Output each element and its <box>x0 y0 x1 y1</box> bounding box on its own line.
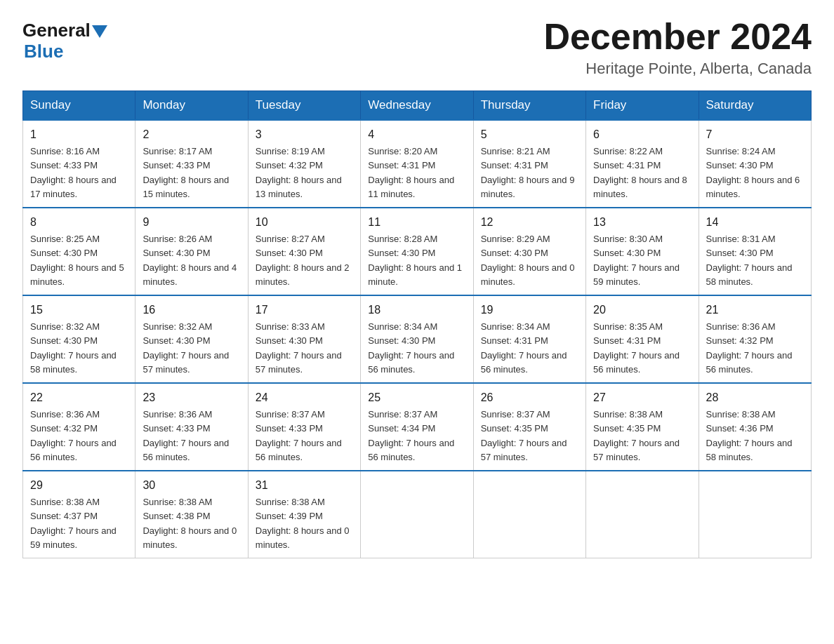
calendar-cell: 28 Sunrise: 8:38 AMSunset: 4:36 PMDaylig… <box>699 383 811 471</box>
day-number: 23 <box>143 389 240 406</box>
logo: General Blue <box>22 17 109 62</box>
day-number: 9 <box>143 214 240 231</box>
day-info: Sunrise: 8:28 AMSunset: 4:30 PMDaylight:… <box>368 234 462 287</box>
calendar-cell <box>586 471 699 558</box>
calendar-cell: 30 Sunrise: 8:38 AMSunset: 4:38 PMDaylig… <box>135 471 248 558</box>
week-row-5: 29 Sunrise: 8:38 AMSunset: 4:37 PMDaylig… <box>23 471 812 558</box>
day-number: 12 <box>481 214 578 231</box>
day-number: 8 <box>30 214 128 231</box>
day-info: Sunrise: 8:37 AMSunset: 4:34 PMDaylight:… <box>368 409 454 462</box>
day-info: Sunrise: 8:37 AMSunset: 4:33 PMDaylight:… <box>256 409 342 462</box>
calendar-cell <box>699 471 811 558</box>
calendar-table: SundayMondayTuesdayWednesdayThursdayFrid… <box>22 90 812 558</box>
calendar-header-row: SundayMondayTuesdayWednesdayThursdayFrid… <box>23 91 812 121</box>
day-info: Sunrise: 8:19 AMSunset: 4:32 PMDaylight:… <box>256 146 342 199</box>
calendar-subtitle: Heritage Pointe, Alberta, Canada <box>543 60 812 78</box>
day-info: Sunrise: 8:24 AMSunset: 4:30 PMDaylight:… <box>706 146 800 199</box>
day-number: 24 <box>256 389 353 406</box>
col-header-wednesday: Wednesday <box>361 91 473 121</box>
calendar-cell: 26 Sunrise: 8:37 AMSunset: 4:35 PMDaylig… <box>473 383 585 471</box>
calendar-cell: 13 Sunrise: 8:30 AMSunset: 4:30 PMDaylig… <box>586 208 699 295</box>
logo-triangle-icon <box>92 25 107 38</box>
day-number: 19 <box>481 302 578 318</box>
day-info: Sunrise: 8:33 AMSunset: 4:30 PMDaylight:… <box>256 321 342 375</box>
day-info: Sunrise: 8:36 AMSunset: 4:32 PMDaylight:… <box>706 321 793 375</box>
day-number: 10 <box>256 214 353 231</box>
day-info: Sunrise: 8:31 AMSunset: 4:30 PMDaylight:… <box>706 234 793 287</box>
week-row-2: 8 Sunrise: 8:25 AMSunset: 4:30 PMDayligh… <box>23 208 812 295</box>
col-header-monday: Monday <box>135 91 248 121</box>
calendar-cell: 1 Sunrise: 8:16 AMSunset: 4:33 PMDayligh… <box>23 120 135 208</box>
day-number: 30 <box>143 477 240 494</box>
col-header-friday: Friday <box>586 91 699 121</box>
calendar-cell: 16 Sunrise: 8:32 AMSunset: 4:30 PMDaylig… <box>135 295 248 383</box>
day-number: 2 <box>143 126 240 143</box>
day-number: 5 <box>481 126 578 143</box>
day-info: Sunrise: 8:17 AMSunset: 4:33 PMDaylight:… <box>143 146 229 199</box>
day-number: 6 <box>593 126 691 143</box>
day-number: 17 <box>256 302 353 318</box>
day-info: Sunrise: 8:27 AMSunset: 4:30 PMDaylight:… <box>256 234 350 287</box>
calendar-cell: 31 Sunrise: 8:38 AMSunset: 4:39 PMDaylig… <box>248 471 360 558</box>
day-info: Sunrise: 8:38 AMSunset: 4:36 PMDaylight:… <box>706 409 793 462</box>
calendar-cell: 3 Sunrise: 8:19 AMSunset: 4:32 PMDayligh… <box>248 120 360 208</box>
calendar-cell: 18 Sunrise: 8:34 AMSunset: 4:30 PMDaylig… <box>361 295 473 383</box>
day-number: 26 <box>481 389 578 406</box>
calendar-cell: 25 Sunrise: 8:37 AMSunset: 4:34 PMDaylig… <box>361 383 473 471</box>
page-header: General Blue December 2024 Heritage Poin… <box>22 17 812 78</box>
logo-blue-text: Blue <box>24 41 63 62</box>
day-info: Sunrise: 8:32 AMSunset: 4:30 PMDaylight:… <box>143 321 229 375</box>
day-number: 4 <box>368 126 465 143</box>
day-info: Sunrise: 8:26 AMSunset: 4:30 PMDaylight:… <box>143 234 237 287</box>
day-number: 15 <box>30 302 128 318</box>
day-number: 27 <box>593 389 691 406</box>
calendar-cell: 6 Sunrise: 8:22 AMSunset: 4:31 PMDayligh… <box>586 120 699 208</box>
calendar-cell: 12 Sunrise: 8:29 AMSunset: 4:30 PMDaylig… <box>473 208 585 295</box>
day-number: 18 <box>368 302 465 318</box>
col-header-thursday: Thursday <box>473 91 585 121</box>
day-number: 28 <box>706 389 804 406</box>
day-number: 11 <box>368 214 465 231</box>
day-info: Sunrise: 8:38 AMSunset: 4:37 PMDaylight:… <box>30 497 117 550</box>
calendar-cell: 19 Sunrise: 8:34 AMSunset: 4:31 PMDaylig… <box>473 295 585 383</box>
day-info: Sunrise: 8:29 AMSunset: 4:30 PMDaylight:… <box>481 234 575 287</box>
calendar-cell: 4 Sunrise: 8:20 AMSunset: 4:31 PMDayligh… <box>361 120 473 208</box>
day-info: Sunrise: 8:32 AMSunset: 4:30 PMDaylight:… <box>30 321 117 375</box>
day-info: Sunrise: 8:37 AMSunset: 4:35 PMDaylight:… <box>481 409 567 462</box>
day-info: Sunrise: 8:35 AMSunset: 4:31 PMDaylight:… <box>593 321 680 375</box>
week-row-4: 22 Sunrise: 8:36 AMSunset: 4:32 PMDaylig… <box>23 383 812 471</box>
day-number: 22 <box>30 389 128 406</box>
calendar-title: December 2024 <box>543 17 812 57</box>
col-header-tuesday: Tuesday <box>248 91 360 121</box>
day-number: 1 <box>30 126 128 143</box>
title-block: December 2024 Heritage Pointe, Alberta, … <box>543 17 812 78</box>
calendar-cell: 27 Sunrise: 8:38 AMSunset: 4:35 PMDaylig… <box>586 383 699 471</box>
calendar-cell <box>473 471 585 558</box>
day-info: Sunrise: 8:34 AMSunset: 4:30 PMDaylight:… <box>368 321 454 375</box>
day-info: Sunrise: 8:36 AMSunset: 4:32 PMDaylight:… <box>30 409 117 462</box>
calendar-cell: 24 Sunrise: 8:37 AMSunset: 4:33 PMDaylig… <box>248 383 360 471</box>
calendar-cell: 2 Sunrise: 8:17 AMSunset: 4:33 PMDayligh… <box>135 120 248 208</box>
day-info: Sunrise: 8:38 AMSunset: 4:39 PMDaylight:… <box>256 497 350 550</box>
calendar-cell: 23 Sunrise: 8:36 AMSunset: 4:33 PMDaylig… <box>135 383 248 471</box>
day-info: Sunrise: 8:34 AMSunset: 4:31 PMDaylight:… <box>481 321 567 375</box>
day-info: Sunrise: 8:38 AMSunset: 4:35 PMDaylight:… <box>593 409 680 462</box>
day-number: 29 <box>30 477 128 494</box>
day-number: 25 <box>368 389 465 406</box>
day-number: 21 <box>706 302 804 318</box>
day-number: 3 <box>256 126 353 143</box>
day-number: 31 <box>256 477 353 494</box>
logo-general-text: General <box>22 21 91 39</box>
col-header-sunday: Sunday <box>23 91 135 121</box>
calendar-cell: 21 Sunrise: 8:36 AMSunset: 4:32 PMDaylig… <box>699 295 811 383</box>
day-number: 14 <box>706 214 804 231</box>
calendar-cell: 17 Sunrise: 8:33 AMSunset: 4:30 PMDaylig… <box>248 295 360 383</box>
calendar-cell: 7 Sunrise: 8:24 AMSunset: 4:30 PMDayligh… <box>699 120 811 208</box>
day-number: 16 <box>143 302 240 318</box>
day-info: Sunrise: 8:16 AMSunset: 4:33 PMDaylight:… <box>30 146 117 199</box>
calendar-cell: 5 Sunrise: 8:21 AMSunset: 4:31 PMDayligh… <box>473 120 585 208</box>
week-row-1: 1 Sunrise: 8:16 AMSunset: 4:33 PMDayligh… <box>23 120 812 208</box>
day-info: Sunrise: 8:25 AMSunset: 4:30 PMDaylight:… <box>30 234 124 287</box>
calendar-cell: 22 Sunrise: 8:36 AMSunset: 4:32 PMDaylig… <box>23 383 135 471</box>
day-info: Sunrise: 8:30 AMSunset: 4:30 PMDaylight:… <box>593 234 680 287</box>
